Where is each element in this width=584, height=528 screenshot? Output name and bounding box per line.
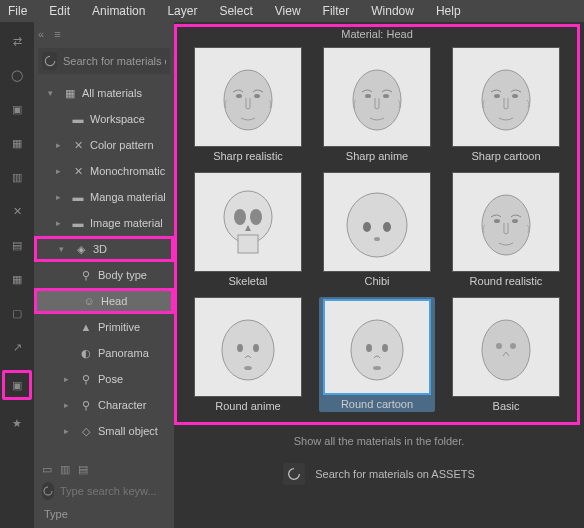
menu-filter[interactable]: Filter — [323, 4, 350, 18]
keyword-search-row[interactable] — [38, 480, 170, 504]
svg-point-18 — [494, 219, 500, 223]
svg-point-30 — [510, 343, 516, 349]
folder2-icon[interactable]: ▤ — [78, 463, 88, 476]
svg-point-14 — [363, 222, 371, 232]
show-all-link[interactable]: Show all the materials in the folder. — [174, 427, 584, 455]
svg-point-4 — [365, 94, 371, 98]
chevron-left-icon[interactable]: « — [38, 28, 44, 40]
svg-point-29 — [496, 343, 502, 349]
tree-item-manga-material[interactable]: ▸▬Manga material — [34, 184, 174, 210]
svg-point-21 — [237, 344, 243, 352]
rail-cut-icon[interactable]: ✕ — [4, 200, 30, 222]
rail-search-icon[interactable]: ◯ — [4, 64, 30, 86]
material-label: Round realistic — [470, 275, 543, 287]
svg-point-1 — [236, 94, 242, 98]
search-assets-text: Search for materials on A — [63, 55, 166, 67]
material-card-round-realistic[interactable]: Round realistic — [449, 172, 563, 287]
search-assets-row[interactable]: Search for materials on A — [38, 48, 170, 74]
tree-item-character[interactable]: ▸⚲Character — [34, 392, 174, 418]
svg-point-20 — [222, 320, 274, 380]
hamburger-icon[interactable]: ≡ — [54, 28, 60, 40]
tree-item-small-object[interactable]: ▸◇Small object — [34, 418, 174, 444]
svg-point-17 — [482, 195, 530, 255]
material-thumb — [194, 297, 302, 397]
rail-export-icon[interactable]: ↗ — [4, 336, 30, 358]
menu-edit[interactable]: Edit — [49, 4, 70, 18]
rail-materials-icon[interactable]: ▣ — [2, 370, 32, 400]
tree-item-3d[interactable]: ▾◈3D — [34, 236, 174, 262]
svg-point-5 — [383, 94, 389, 98]
svg-point-25 — [366, 344, 372, 352]
svg-point-22 — [253, 344, 259, 352]
svg-point-11 — [234, 209, 246, 225]
tree-item-primitive[interactable]: ▲Primitive — [34, 314, 174, 340]
left-rail: ⇄ ◯ ▣ ▦ ▥ ✕ ▤ ▦ ▢ ↗ ▣ ★ — [0, 22, 34, 528]
material-label: Round cartoon — [341, 398, 413, 410]
material-thumb — [323, 299, 431, 395]
tree-all-materials[interactable]: ▾▦All materials — [34, 80, 174, 106]
svg-point-28 — [482, 320, 530, 380]
material-card-sharp-realistic[interactable]: Sharp realistic — [191, 47, 305, 162]
rail-palette-icon[interactable]: ▦ — [4, 132, 30, 154]
material-sidebar: « ≡ Search for materials on A ▾▦All mate… — [34, 22, 174, 528]
svg-point-2 — [254, 94, 260, 98]
keyword-spinner-icon — [42, 482, 54, 500]
tree-item-image-material[interactable]: ▸▬Image material — [34, 210, 174, 236]
svg-point-7 — [494, 94, 500, 98]
material-thumb — [452, 172, 560, 272]
material-label: Sharp realistic — [213, 150, 283, 162]
rail-arrows-icon[interactable]: ⇄ — [4, 30, 30, 52]
svg-point-23 — [244, 366, 252, 370]
main-area: Material: Head Sharp realisticSharp anim… — [174, 22, 584, 528]
materials-title: Material: Head — [177, 27, 577, 41]
svg-point-24 — [351, 320, 403, 380]
menu-view[interactable]: View — [275, 4, 301, 18]
assets-search-row[interactable]: Search for materials on ASSETS — [174, 455, 584, 493]
menu-help[interactable]: Help — [436, 4, 461, 18]
tree-item-pose[interactable]: ▸⚲Pose — [34, 366, 174, 392]
tree-item-monochromatic[interactable]: ▸✕Monochromatic — [34, 158, 174, 184]
sidebar-tabs[interactable]: « ≡ — [34, 22, 174, 46]
material-card-round-cartoon[interactable]: Round cartoon — [319, 297, 435, 412]
menu-select[interactable]: Select — [219, 4, 252, 18]
sidebar-bottom-toolbar[interactable]: ▭ ▥ ▤ — [38, 458, 170, 480]
material-card-round-anime[interactable]: Round anime — [191, 297, 305, 412]
material-card-sharp-anime[interactable]: Sharp anime — [319, 47, 435, 162]
material-thumb — [194, 47, 302, 147]
tree-item-panorama[interactable]: ◐Panorama — [34, 340, 174, 366]
tree-item-color-pattern[interactable]: ▸✕Color pattern — [34, 132, 174, 158]
menu-bar[interactable]: File Edit Animation Layer Select View Fi… — [0, 0, 584, 22]
svg-point-15 — [383, 222, 391, 232]
material-tree[interactable]: ▾▦All materials ▬Workspace▸✕Color patter… — [34, 80, 174, 454]
material-card-basic[interactable]: Basic — [449, 297, 563, 412]
rail-mixer-icon[interactable]: ▦ — [4, 268, 30, 290]
material-label: Round anime — [215, 400, 280, 412]
material-card-chibi[interactable]: Chibi — [319, 172, 435, 287]
tree-item-head[interactable]: ☺Head — [34, 288, 174, 314]
folder-icon[interactable]: ▥ — [60, 463, 70, 476]
material-thumb — [194, 172, 302, 272]
rail-swatch-icon[interactable]: ▥ — [4, 166, 30, 188]
assets-spinner-icon — [42, 52, 57, 70]
assets-search-label: Search for materials on ASSETS — [315, 468, 475, 480]
material-label: Sharp cartoon — [471, 150, 540, 162]
svg-point-13 — [347, 193, 407, 257]
menu-window[interactable]: Window — [371, 4, 414, 18]
menu-animation[interactable]: Animation — [92, 4, 145, 18]
material-label: Skeletal — [228, 275, 267, 287]
tree-item-body-type[interactable]: ⚲Body type — [34, 262, 174, 288]
rail-frame-icon[interactable]: ▢ — [4, 302, 30, 324]
rail-grid-icon[interactable]: ▤ — [4, 234, 30, 256]
rail-fav-icon[interactable]: ★ — [4, 412, 30, 434]
tree-item-workspace[interactable]: ▬Workspace — [34, 106, 174, 132]
svg-point-8 — [512, 94, 518, 98]
svg-point-0 — [224, 70, 272, 130]
material-card-skeletal[interactable]: Skeletal — [191, 172, 305, 287]
material-thumb — [323, 47, 431, 147]
material-card-sharp-cartoon[interactable]: Sharp cartoon — [449, 47, 563, 162]
material-label: Basic — [493, 400, 520, 412]
rail-layers-icon[interactable]: ▣ — [4, 98, 30, 120]
menu-file[interactable]: File — [8, 4, 27, 18]
menu-layer[interactable]: Layer — [167, 4, 197, 18]
collapse-icon[interactable]: ▭ — [42, 463, 52, 476]
